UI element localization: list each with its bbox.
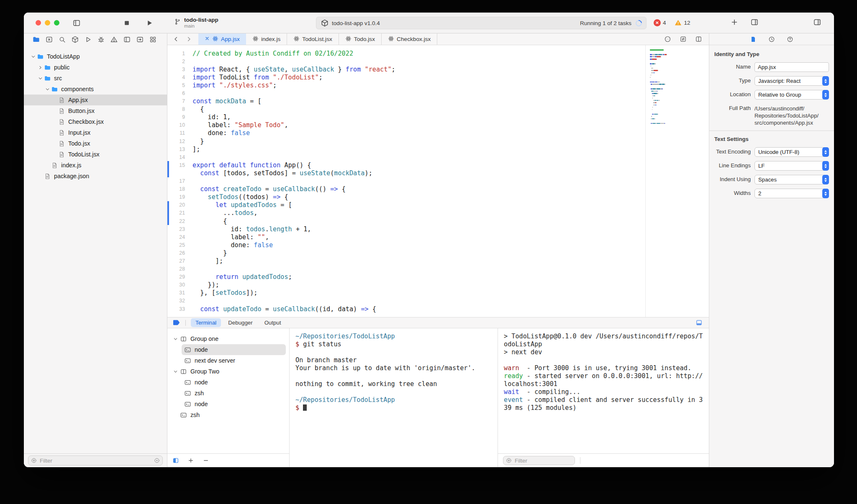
inspector-toggle-icon[interactable] bbox=[750, 18, 759, 26]
debug-tab-debugger[interactable]: Debugger bbox=[223, 318, 257, 327]
terminal-session-zsh[interactable]: zsh bbox=[171, 409, 286, 420]
hide-panel-icon[interactable] bbox=[695, 319, 709, 326]
tree-item-package-json[interactable]: package.json bbox=[24, 171, 167, 182]
inspector-row: Indent UsingSpaces bbox=[714, 175, 829, 184]
tree-item-todolistapp[interactable]: TodoListApp bbox=[24, 51, 167, 62]
project-name: todo-list-app bbox=[184, 17, 218, 23]
navigator-jump-icon[interactable] bbox=[136, 36, 144, 43]
activity-pill[interactable]: todo-list-app v1.0.4 Running 1 of 2 task… bbox=[316, 17, 647, 29]
navigator-run-icon[interactable] bbox=[84, 36, 92, 43]
minimap-line bbox=[650, 105, 706, 106]
terminal-session-node[interactable]: node bbox=[182, 377, 286, 388]
minimize-window-button[interactable] bbox=[45, 20, 50, 26]
navigator-packages-icon[interactable] bbox=[71, 36, 79, 43]
name-field[interactable] bbox=[754, 62, 829, 72]
tree-item-app-jsx[interactable]: App.jsx bbox=[24, 95, 167, 105]
chevron-down-icon[interactable] bbox=[30, 54, 37, 59]
back-icon[interactable] bbox=[173, 36, 179, 42]
stepper-icon bbox=[822, 161, 829, 171]
tab-todolist-jsx[interactable]: TodoList.jsx bbox=[287, 33, 339, 45]
close-tab-icon[interactable] bbox=[205, 36, 210, 42]
terminal-session-node[interactable]: node bbox=[182, 399, 286, 409]
terminal-filter-field[interactable] bbox=[503, 456, 575, 465]
issue-badges[interactable]: ✕ 4 12 bbox=[654, 19, 690, 26]
navigator-filter-field[interactable] bbox=[28, 455, 163, 466]
chevron-down-icon[interactable] bbox=[173, 337, 180, 341]
more-options-icon[interactable] bbox=[664, 36, 671, 43]
debug-tab-terminal[interactable]: Terminal bbox=[191, 318, 221, 327]
history-inspector-icon[interactable] bbox=[768, 36, 775, 43]
forward-icon[interactable] bbox=[186, 36, 192, 42]
terminal-session-zsh[interactable]: zsh bbox=[182, 388, 286, 399]
navigator-search-icon[interactable] bbox=[58, 36, 66, 43]
stepper-icon bbox=[822, 76, 829, 86]
related-items-icon[interactable] bbox=[680, 36, 687, 43]
navigator-filter-input[interactable] bbox=[39, 457, 152, 464]
tree-item-todo-jsx[interactable]: Todo.jsx bbox=[24, 138, 167, 149]
line-number: 21 bbox=[167, 210, 185, 216]
terminal-session-node[interactable]: node bbox=[182, 344, 286, 355]
tab-todo-jsx[interactable]: Todo.jsx bbox=[339, 33, 382, 45]
navigator-debug-icon[interactable] bbox=[97, 36, 105, 43]
navigator-project-icon[interactable] bbox=[32, 36, 40, 43]
stop-button[interactable] bbox=[123, 19, 131, 27]
tab-index-js[interactable]: index.js bbox=[246, 33, 287, 45]
code-line: 9 id: 1, bbox=[167, 113, 645, 121]
project-info[interactable]: todo-list-app main bbox=[174, 17, 218, 29]
minimap-line bbox=[650, 95, 706, 97]
tree-item-checkbox-jsx[interactable]: Checkbox.jsx bbox=[24, 116, 167, 127]
tree-item-components[interactable]: components bbox=[24, 84, 167, 95]
widths-select[interactable]: 2 bbox=[754, 189, 829, 198]
tree-item-index-js[interactable]: index.js bbox=[24, 160, 167, 171]
type-select[interactable]: Javascript: React bbox=[754, 76, 829, 86]
tab-app-jsx[interactable]: App.jsx bbox=[198, 33, 246, 45]
text-encoding-select[interactable]: Unicode (UTF-8) bbox=[754, 147, 829, 157]
navigator-extensions-icon[interactable] bbox=[149, 36, 157, 43]
add-terminal-icon[interactable] bbox=[187, 457, 194, 464]
terminal-group-group-two[interactable]: Group Two bbox=[171, 366, 286, 377]
terminal-session-next-dev-server[interactable]: next dev server bbox=[182, 355, 286, 366]
navigator-issues-icon[interactable] bbox=[110, 36, 118, 43]
code-text: done: false bbox=[185, 241, 273, 249]
chevron-right-icon[interactable] bbox=[37, 65, 44, 70]
tree-item-input-jsx[interactable]: Input.jsx bbox=[24, 127, 167, 138]
minimap[interactable] bbox=[645, 45, 709, 317]
filter-options-icon[interactable] bbox=[154, 458, 160, 463]
right-panel-toggle-icon[interactable] bbox=[813, 18, 821, 26]
terminal-output-right[interactable]: > TodoListApp@0.1.0 dev /Users/austincon… bbox=[498, 328, 709, 453]
indent-using-select[interactable]: Spaces bbox=[754, 175, 829, 184]
terminal-output-left[interactable]: ~/Repositories/TodoListApp$ git status O… bbox=[290, 328, 498, 467]
code-editor[interactable]: 1// Created by Austin Condiff on 02/16/2… bbox=[167, 45, 709, 317]
chevron-down-icon[interactable] bbox=[173, 369, 180, 374]
tree-item-todolist-jsx[interactable]: TodoList.jsx bbox=[24, 149, 167, 160]
debug-tab-output[interactable]: Output bbox=[260, 318, 286, 327]
code-text: ]; bbox=[185, 257, 223, 265]
navigator-source-control-icon[interactable] bbox=[45, 36, 53, 43]
warning-badge[interactable]: 12 bbox=[675, 19, 690, 26]
zoom-window-button[interactable] bbox=[54, 20, 59, 26]
tree-item-button-jsx[interactable]: Button.jsx bbox=[24, 105, 167, 116]
error-badge[interactable]: ✕ 4 bbox=[654, 19, 666, 26]
remove-terminal-icon[interactable] bbox=[203, 457, 209, 464]
terminal-group-group-one[interactable]: Group one bbox=[171, 333, 286, 344]
split-editor-icon[interactable] bbox=[695, 36, 702, 43]
run-button[interactable] bbox=[145, 19, 154, 27]
selected-value: 2 bbox=[758, 190, 821, 197]
chevron-down-icon[interactable] bbox=[37, 76, 44, 81]
navigator-tabs-icon[interactable] bbox=[123, 36, 131, 43]
location-select[interactable]: Relative to Group bbox=[754, 90, 829, 100]
help-inspector-icon[interactable] bbox=[787, 36, 793, 43]
chevron-down-icon[interactable] bbox=[44, 87, 51, 92]
tree-item-public[interactable]: public bbox=[24, 62, 167, 73]
code-line: 31 }, [setTodos]); bbox=[167, 289, 645, 297]
add-button[interactable] bbox=[730, 18, 739, 26]
breakpoint-icon[interactable] bbox=[172, 320, 180, 326]
close-window-button[interactable] bbox=[36, 20, 41, 26]
file-inspector-icon[interactable] bbox=[750, 36, 757, 43]
sidebar-toggle-icon[interactable] bbox=[72, 19, 81, 27]
line-endings-select[interactable]: LF bbox=[754, 161, 829, 171]
tab-checkbox-jsx[interactable]: Checkbox.jsx bbox=[382, 33, 437, 45]
terminal-filter-input[interactable] bbox=[514, 457, 570, 464]
split-terminal-icon[interactable] bbox=[172, 457, 179, 464]
tree-item-src[interactable]: src bbox=[24, 73, 167, 84]
